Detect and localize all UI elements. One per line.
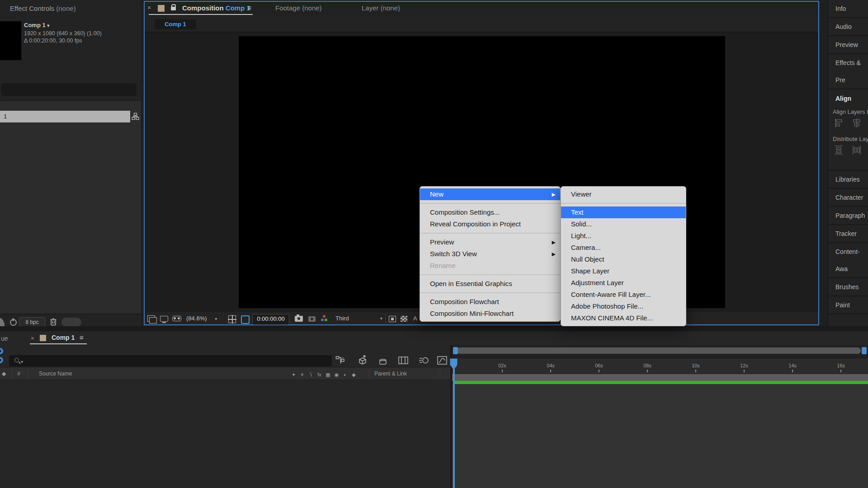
mini-flowchart-icon[interactable] <box>335 355 345 366</box>
layer-switch-icon[interactable]: ◆ <box>349 372 358 378</box>
layer-switch-icon[interactable]: fx <box>315 372 324 377</box>
context-menu-item[interactable]: New <box>420 188 560 200</box>
layer-switch-icon[interactable]: ◐ <box>341 372 349 377</box>
effect-controls-tab[interactable]: Effect Controls (none) <box>10 5 76 12</box>
motion-blur-icon[interactable] <box>419 355 429 366</box>
primary-viewer-icon[interactable] <box>160 316 168 322</box>
layer-switch-icon[interactable]: ✦ <box>289 372 298 378</box>
project-item-row-selected[interactable]: 1 <box>0 111 130 122</box>
power-icon[interactable] <box>10 319 17 326</box>
submenu-item[interactable]: Camera... <box>561 242 686 253</box>
submenu-item[interactable]: Content-Aware Fill Layer... <box>561 289 686 300</box>
composition-marker-icon[interactable]: ◆ <box>2 371 6 377</box>
timeline-panel-menu-icon[interactable]: ≡ <box>80 333 84 341</box>
align-left-icon[interactable] <box>834 117 844 128</box>
submenu-item[interactable]: Adjustment Layer <box>561 277 686 289</box>
context-menu-item[interactable]: Switch 3D View <box>420 248 560 260</box>
draft-3d-icon[interactable] <box>357 354 368 366</box>
snapshot-camera-icon[interactable] <box>295 316 303 322</box>
context-menu-item[interactable]: Composition Settings... <box>420 206 560 218</box>
sidebar-panel-tab[interactable]: Character <box>828 189 868 207</box>
sidebar-panel-tab[interactable]: Libraries <box>828 171 868 189</box>
sidebar-panel-tab[interactable]: Audio <box>828 18 868 36</box>
comp-thumbnail[interactable] <box>0 21 21 60</box>
sidebar-panel-tab[interactable]: Tracker <box>828 225 868 243</box>
context-menu-item[interactable]: Preview <box>420 236 560 248</box>
submenu-item[interactable]: Light... <box>561 230 686 242</box>
submenu-item[interactable] <box>561 203 686 204</box>
sidebar-panel-tab[interactable]: Info <box>828 0 868 18</box>
grid-guides-icon[interactable] <box>228 315 236 323</box>
view-dropdown-clipped[interactable]: A <box>413 315 417 322</box>
layer-switch-icon[interactable]: ▦ <box>324 372 332 378</box>
resolution-dropdown[interactable]: Third ▾ <box>335 315 382 322</box>
layer-switch-icon[interactable]: ∖ <box>307 372 315 378</box>
context-menu-item[interactable] <box>420 274 560 275</box>
timeline-left-edge-icon-2[interactable] <box>0 357 3 363</box>
distribute-vertical-icon[interactable] <box>834 145 844 155</box>
transparency-grid-icon[interactable] <box>401 316 407 322</box>
sidebar-panel-tab[interactable]: Paragraph <box>828 207 868 225</box>
distribute-horizontal-icon[interactable] <box>852 145 862 155</box>
column-parent-link[interactable]: Parent & Link <box>374 371 407 377</box>
footage-tab[interactable]: Footage (none) <box>275 4 322 12</box>
sidebar-panel-tab[interactable]: Brushes <box>828 278 868 296</box>
frame-blending-icon[interactable] <box>398 355 409 366</box>
work-area-bar[interactable] <box>452 374 868 381</box>
submenu-item[interactable]: MAXON CINEMA 4D File... <box>561 312 686 324</box>
flowchart-icon[interactable] <box>132 113 139 120</box>
navigator-end-handle[interactable] <box>862 347 867 354</box>
render-queue-tab-clipped[interactable]: ue <box>1 335 8 342</box>
lock-icon[interactable] <box>171 7 176 10</box>
current-time-display[interactable]: 0:00:00:00 <box>252 314 289 325</box>
submenu-item[interactable]: Viewer <box>561 188 686 200</box>
show-snapshot-icon[interactable] <box>308 316 316 322</box>
timeline-navigator-bar[interactable] <box>457 347 861 354</box>
shy-layers-icon[interactable] <box>378 355 388 366</box>
context-menu-item[interactable]: Composition Flowchart <box>420 296 560 308</box>
project-search-input[interactable] <box>1 83 137 96</box>
context-menu-item[interactable]: Composition Mini-Flowchart <box>420 308 560 319</box>
composition-panel-close-icon[interactable]: × <box>147 4 151 11</box>
magnification-dropdown[interactable]: (84.6%) ▾ <box>186 315 217 322</box>
comp-viewer-tab[interactable]: Comp 1 <box>155 19 196 29</box>
column-source-name[interactable]: Source Name <box>39 371 72 377</box>
navigator-start-handle[interactable] <box>453 347 458 354</box>
sidebar-panel-tab[interactable]: Effects & Pre <box>828 54 868 89</box>
time-ruler[interactable]: 0s 02s 04s 06s <box>452 358 868 375</box>
submenu-item[interactable]: Null Object <box>561 253 686 265</box>
sidebar-panel-tab[interactable]: Paint <box>828 296 868 314</box>
always-preview-icon[interactable] <box>147 315 155 322</box>
layer-tab[interactable]: Layer (none) <box>362 4 400 12</box>
comp-name-header[interactable]: Comp 1 ▾ <box>24 22 49 28</box>
align-horizontal-center-icon[interactable] <box>852 117 862 128</box>
layer-switch-icon[interactable]: ◉ <box>332 372 341 378</box>
target-region-icon[interactable] <box>389 316 396 322</box>
composition-tab[interactable]: Composition Comp 1 <box>182 4 250 12</box>
composition-label-swatch[interactable] <box>158 5 165 12</box>
submenu-item[interactable]: Adobe Photoshop File... <box>561 300 686 312</box>
context-menu-item[interactable] <box>420 292 560 293</box>
timeline-label-swatch[interactable] <box>40 335 46 341</box>
timeline-search-input[interactable]: ▾ <box>9 355 332 366</box>
playhead-line[interactable] <box>453 359 455 488</box>
layer-track-area[interactable] <box>452 384 868 488</box>
timeline-comp-tab[interactable]: Comp 1 <box>52 334 75 341</box>
sidebar-panel-tab[interactable]: Preview <box>828 36 868 54</box>
submenu-item[interactable]: Solid... <box>561 218 686 230</box>
vr-view-icon[interactable] <box>172 316 181 321</box>
project-bottom-pill-button[interactable] <box>61 318 81 327</box>
region-of-interest-icon[interactable] <box>241 315 250 324</box>
timeline-left-edge-icon[interactable] <box>0 348 3 354</box>
show-channel-icon[interactable] <box>323 315 326 318</box>
context-menu-item[interactable] <box>420 233 560 234</box>
context-menu-item[interactable]: Open in Essential Graphics <box>420 278 560 290</box>
timeline-tab-close-icon[interactable]: × <box>31 335 34 342</box>
submenu-item[interactable]: Shape Layer <box>561 265 686 277</box>
context-menu-item[interactable]: Rename <box>420 260 560 272</box>
composition-panel-menu-icon[interactable]: ≡ <box>247 4 251 11</box>
column-index[interactable]: # <box>17 371 20 377</box>
graph-editor-icon[interactable] <box>437 355 448 366</box>
layer-switch-icon[interactable]: ☀ <box>298 372 307 378</box>
context-menu-item[interactable] <box>420 203 560 204</box>
